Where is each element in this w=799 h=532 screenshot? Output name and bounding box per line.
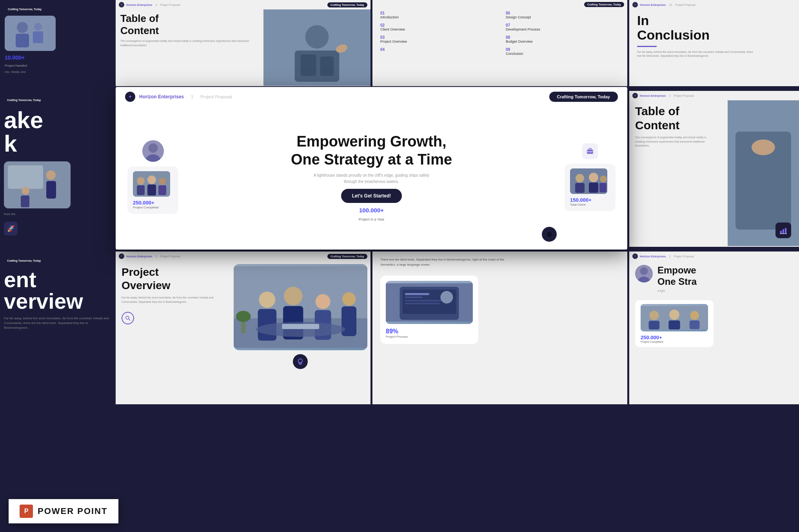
- slide5-image: [4, 161, 71, 208]
- svg-rect-36: [599, 183, 607, 192]
- slide8-desc: Far far away, behind the word mountains,…: [4, 316, 110, 330]
- toc-item-09: 09 Conclusion: [506, 47, 619, 56]
- slide8-text1: ent: [4, 269, 110, 291]
- conclusion-underline: [637, 46, 657, 47]
- svg-rect-69: [405, 302, 440, 304]
- main-logo: ✦: [125, 92, 135, 102]
- slide3-header: Crafting Tomorrow, Today: [372, 0, 627, 9]
- svg-point-77: [669, 309, 679, 320]
- svg-point-21: [137, 177, 145, 185]
- stat1-number: 250.000+: [133, 200, 173, 206]
- slide10-stat-card: 89% Project Process: [380, 275, 478, 344]
- slide1-image: [5, 16, 56, 51]
- search-icon: [122, 312, 134, 324]
- slide4-logo: ✦: [632, 2, 638, 7]
- main-heading: Empowering Growth, One Strategy at a Tim…: [291, 133, 452, 168]
- main-tagline-badge: Crafting Tomorrow, Today: [549, 92, 618, 102]
- slide2-tag: Project Proposal: [160, 4, 180, 6]
- main-page-num: 1: [191, 94, 193, 99]
- svg-rect-55: [341, 306, 356, 336]
- svg-rect-2: [16, 34, 29, 47]
- slide5-text2: k: [4, 132, 110, 156]
- slide3-tagline: Crafting Tomorrow, Today: [584, 2, 624, 7]
- slide11-subtext: A light: [657, 290, 697, 292]
- slide11-company: Horizon Enterprises: [640, 255, 666, 258]
- slide11-avatar: [635, 265, 653, 282]
- svg-point-13: [46, 170, 56, 180]
- svg-rect-22: [137, 185, 145, 195]
- bottom-dark-row: [0, 404, 799, 532]
- svg-point-52: [315, 294, 330, 309]
- briefcase-icon: [582, 143, 598, 159]
- main-avatar: [142, 140, 164, 162]
- slide-10: There live the blind texts. Separated th…: [372, 252, 627, 404]
- stat-number-1: 10.000+: [5, 54, 25, 61]
- stat-label-1: Project Handled: [5, 64, 27, 67]
- svg-rect-42: [785, 228, 786, 233]
- rocket-icon: 🚀: [4, 222, 18, 235]
- full-layout: Crafting Tomorrow, Today 10.000+ Project…: [0, 0, 799, 532]
- slide5-footer: from the: [4, 212, 110, 216]
- proj-team-image: [234, 264, 368, 350]
- svg-rect-41: [783, 229, 784, 233]
- proj-title: ProjectOverview: [122, 266, 225, 292]
- svg-point-23: [147, 176, 156, 184]
- conclusion-title: InConclusion: [637, 13, 791, 43]
- stat3-number: 150.000+: [570, 197, 610, 203]
- slide9-bottom-icon: [234, 354, 368, 369]
- slide7-toc-desc: The convergence of augmented reality and…: [635, 136, 717, 148]
- svg-point-54: [342, 292, 355, 306]
- slide11-heading: Empowe: [657, 265, 697, 276]
- toc-item-04: 04: [380, 47, 494, 56]
- svg-rect-4: [33, 31, 43, 43]
- slide11-stat-number: 250.000+: [641, 335, 708, 340]
- svg-rect-16: [21, 195, 29, 207]
- slide10-stat-number: 89%: [386, 328, 473, 335]
- svg-point-70: [440, 291, 453, 303]
- svg-point-39: [752, 139, 775, 155]
- svg-rect-40: [780, 231, 782, 233]
- slide-5: Crafting Tomorrow, Today ake k: [0, 91, 114, 248]
- slide4-tag: Project Proposal: [675, 4, 695, 6]
- ppt-label: POWER POINT: [38, 506, 107, 516]
- toc-item-06: 06 Design Concept: [506, 11, 619, 19]
- stat-card-right: 150.000+ Total Client: [565, 164, 616, 211]
- slide-9: ✦ Horizon Enterprises 5 Project Proposal…: [116, 252, 370, 404]
- toc-title: Table ofContent: [120, 13, 251, 37]
- slide11-stat-label: Project Completed: [641, 340, 708, 343]
- slide2-tagline: Crafting Tomorrow, Today: [327, 2, 367, 7]
- svg-point-79: [690, 311, 699, 319]
- slide11-stat-card: 250.000+ Project Completed: [635, 300, 714, 347]
- svg-rect-24: [147, 185, 156, 195]
- slide2-logo: ✦: [119, 2, 124, 7]
- slide-4: ✦ Horizon Enterprises 10 Project Proposa…: [629, 0, 799, 88]
- slide10-desc: There live the blind texts. Separated th…: [380, 257, 506, 268]
- slide7-toc-title: Table ofContent: [635, 104, 717, 132]
- slide9-tagline: Crafting Tomorrow, Today: [327, 254, 367, 259]
- toc-item-07: 07 Development Process: [506, 23, 619, 31]
- stat-photo-left: [133, 171, 170, 197]
- svg-point-6: [305, 25, 329, 49]
- svg-rect-80: [690, 320, 700, 329]
- svg-rect-32: [575, 183, 585, 193]
- main-right-col: 150.000+ Total Client: [565, 143, 616, 211]
- main-left-col: 250.000+ Project Completed: [127, 140, 178, 214]
- svg-point-72: [640, 267, 648, 275]
- stat1-label: Project Completed: [133, 206, 173, 209]
- slide-2: ✦ Horizon Enterprises 2 Project Proposal…: [116, 0, 370, 88]
- svg-point-59: [236, 311, 251, 322]
- main-company-name: Horizon Enterprises: [139, 94, 184, 100]
- slide7-num: 2: [669, 94, 671, 97]
- toc-item-01: 01 Introduction: [380, 11, 494, 19]
- svg-point-60: [298, 359, 302, 363]
- cta-button[interactable]: Let's Get Started!: [341, 189, 402, 203]
- slide8-tagline: Crafting Tomorrow, Today: [4, 258, 44, 263]
- svg-point-18: [148, 143, 158, 153]
- svg-point-25: [159, 178, 166, 185]
- stat2-label: Project in a Year: [359, 217, 385, 221]
- proj-desc: Far far away, behind the word mountains,…: [122, 296, 225, 304]
- svg-point-50: [284, 287, 302, 305]
- slide7-header: ✦ Horizon Enterprises 2 Project Proposal: [629, 91, 799, 100]
- slide2-company: Horizon Enterprises: [126, 4, 153, 6]
- svg-rect-12: [8, 165, 43, 189]
